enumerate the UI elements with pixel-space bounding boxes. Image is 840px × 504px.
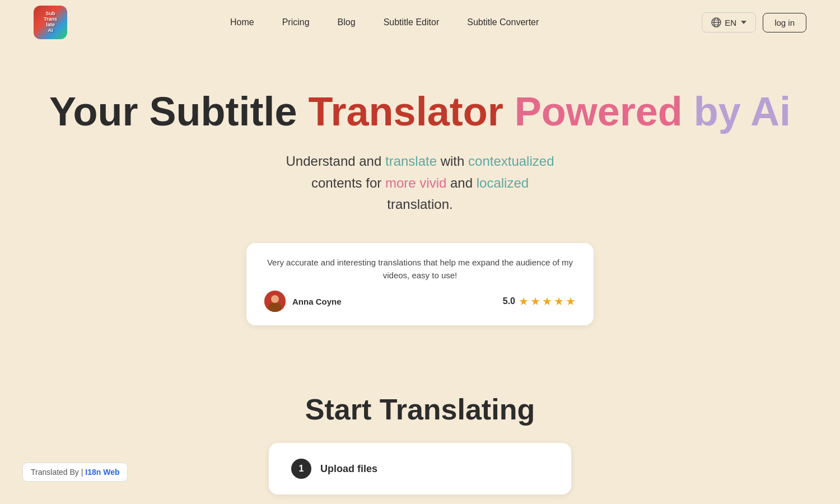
subtitle-part6: more vivid [385,175,446,190]
stars: ★ ★ ★ ★ ★ [519,295,576,308]
start-title: Start Translating [34,393,806,426]
star-3: ★ [542,295,552,308]
translated-by-prefix: Translated By | [31,468,85,477]
author-name: Anna Coyne [292,297,342,306]
title-part4: by Ai [694,89,791,134]
logo-box: SubTranslateAi [34,6,67,39]
review-author: Anna Coyne 5.0 ★ ★ ★ ★ ★ [264,291,576,312]
language-selector[interactable]: EN [702,12,756,32]
star-5: ★ [566,295,576,308]
nav-right: EN log in [702,12,806,32]
review-text: Very accurate and interesting translatio… [264,256,576,282]
logo-text: SubTranslateAi [44,11,57,34]
subtitle-part7: and [446,175,476,190]
upload-card: 1 Upload files [269,443,571,494]
login-button[interactable]: log in [763,13,806,32]
star-2: ★ [530,295,540,308]
avatar [264,291,286,312]
hero-title: Your Subtitle Translator Powered by Ai [34,90,806,134]
chevron-down-icon [741,21,746,24]
subtitle-part2: translate [385,153,437,169]
upload-label: Upload files [320,463,377,475]
step-number: 1 [291,459,311,479]
hero-section: Your Subtitle Translator Powered by Ai U… [0,45,840,381]
hero-subtitle: Understand and translate with contextual… [210,151,630,215]
translated-by-badge: Translated By | I18n Web [22,463,128,482]
nav-item-subtitle-editor[interactable]: Subtitle Editor [384,17,440,27]
rating-section: 5.0 ★ ★ ★ ★ ★ [503,295,576,308]
svg-point-7 [268,303,282,312]
rating-number: 5.0 [503,296,515,306]
title-part1: Your Subtitle [49,89,309,134]
title-part3: Powered [515,89,694,134]
navbar: SubTranslateAi Home Pricing Blog Subtitl… [0,0,840,45]
subtitle-part1: Understand and [286,153,385,169]
nav-item-home[interactable]: Home [230,17,254,27]
subtitle-part5: contents for [311,175,385,190]
start-section: Start Translating 1 Upload files [0,381,840,504]
avatar-image [264,291,286,312]
author-info: Anna Coyne [264,291,342,312]
star-1: ★ [519,295,529,308]
language-label: EN [725,18,736,27]
nav-item-pricing[interactable]: Pricing [282,17,310,27]
subtitle-part9: translation. [387,197,452,212]
title-part2: Translator [309,89,515,134]
review-card: Very accurate and interesting translatio… [246,243,594,325]
subtitle-part8: localized [477,175,529,190]
subtitle-part3: with [437,153,468,169]
nav-links: Home Pricing Blog Subtitle Editor Subtit… [230,17,539,27]
globe-icon [711,17,721,27]
nav-item-blog[interactable]: Blog [338,17,356,27]
nav-item-subtitle-converter[interactable]: Subtitle Converter [467,17,539,27]
svg-point-6 [271,295,279,303]
subtitle-part4: contextualized [468,153,554,169]
star-4: ★ [554,295,564,308]
i18n-link[interactable]: I18n Web [85,468,119,477]
logo[interactable]: SubTranslateAi [34,6,67,39]
